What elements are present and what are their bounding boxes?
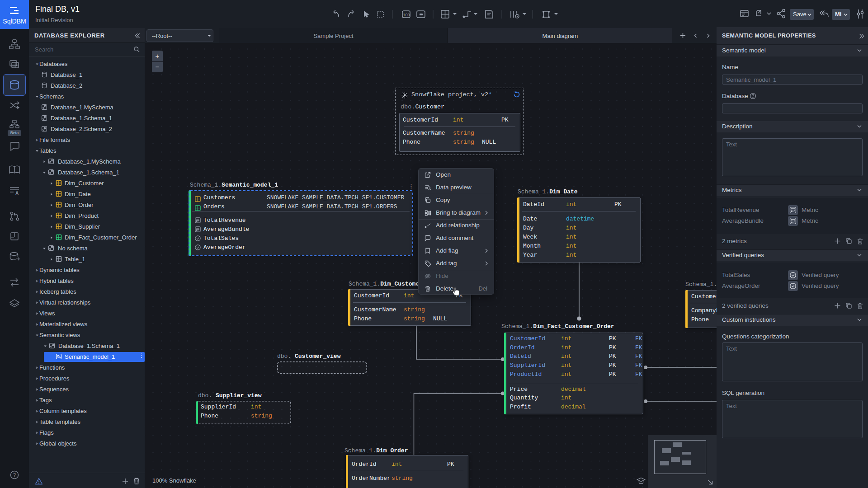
svg-text:A: A <box>15 191 19 196</box>
svg-text:?: ? <box>13 472 16 478</box>
svg-text:100: 100 <box>403 13 410 17</box>
